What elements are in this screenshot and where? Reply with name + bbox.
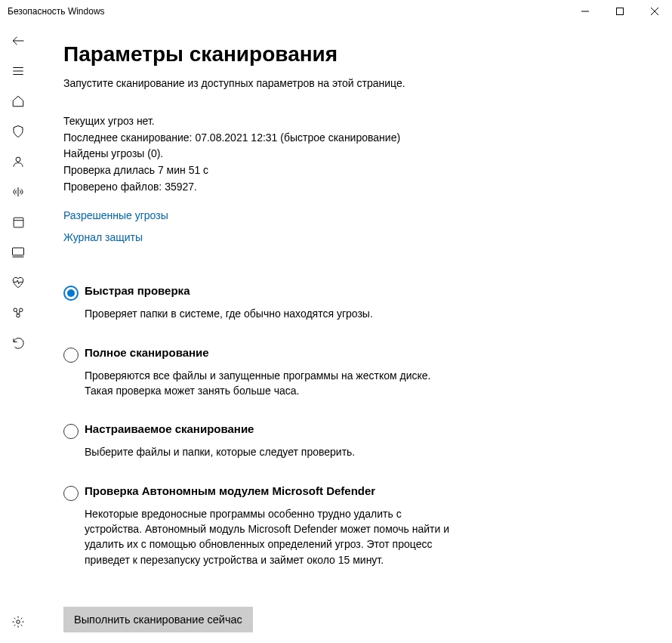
radio-custom[interactable] — [63, 422, 85, 459]
option-full-title: Полное сканирование — [85, 346, 456, 359]
nav-account-protection[interactable] — [0, 147, 36, 177]
svg-rect-10 — [14, 218, 23, 227]
option-custom-scan[interactable]: Настраиваемое сканирование Выберите файл… — [63, 422, 456, 459]
scan-now-button[interactable]: Выполнить сканирование сейчас — [63, 607, 253, 632]
app-control-icon — [12, 216, 25, 229]
history-icon — [11, 336, 25, 350]
option-custom-title: Настраиваемое сканирование — [85, 422, 456, 435]
page-subtitle: Запустите сканирование из доступных пара… — [63, 77, 649, 89]
nav-virus-protection[interactable] — [0, 116, 36, 147]
option-quick-desc: Проверяет папки в системе, где обычно на… — [85, 306, 456, 321]
account-icon — [11, 155, 25, 168]
shield-icon — [11, 125, 25, 138]
radio-full[interactable] — [63, 346, 85, 399]
menu-button[interactable] — [0, 56, 36, 86]
nav-home[interactable] — [0, 86, 36, 116]
heart-icon — [11, 276, 25, 289]
option-full-scan[interactable]: Полное сканирование Проверяются все файл… — [63, 346, 456, 399]
svg-point-19 — [17, 620, 20, 624]
option-offline-desc: Некоторые вредоносные программы особенно… — [85, 506, 456, 567]
nav-settings[interactable] — [0, 607, 36, 637]
option-quick-scan[interactable]: Быстрая проверка Проверяет папки в систе… — [63, 284, 456, 321]
svg-rect-12 — [13, 248, 24, 255]
radio-offline[interactable] — [63, 484, 85, 567]
allowed-threats-link[interactable]: Разрешенные угрозы — [63, 209, 168, 221]
nav-device-performance[interactable] — [0, 267, 36, 298]
option-custom-desc: Выберите файлы и папки, которые следует … — [85, 444, 456, 459]
radio-selected-icon — [63, 286, 79, 301]
radio-unselected-icon — [63, 348, 79, 363]
protection-history-link[interactable]: Журнал защиты — [63, 231, 143, 243]
family-icon — [11, 306, 25, 320]
network-icon — [11, 185, 25, 199]
maximize-icon — [616, 8, 624, 15]
maximize-button[interactable] — [603, 0, 637, 23]
content-area: Параметры сканирования Запустите сканиро… — [36, 23, 672, 643]
option-full-desc: Проверяются все файлы и запущенные прогр… — [85, 368, 456, 399]
radio-unselected-icon — [63, 424, 79, 439]
nav-protection-history[interactable] — [0, 328, 36, 358]
titlebar: Безопасность Windows — [0, 0, 672, 23]
status-files-scanned: Проверено файлов: 35927. — [63, 179, 649, 196]
back-icon — [11, 34, 25, 48]
option-offline-scan[interactable]: Проверка Автономным модулем Microsoft De… — [63, 484, 456, 567]
window-controls — [568, 0, 672, 23]
svg-rect-1 — [617, 8, 624, 15]
page-title: Параметры сканирования — [63, 42, 649, 66]
svg-point-16 — [17, 314, 20, 318]
nav-family-options[interactable] — [0, 298, 36, 328]
svg-point-8 — [16, 157, 20, 162]
close-icon — [651, 8, 658, 15]
radio-quick[interactable] — [63, 284, 85, 321]
option-quick-title: Быстрая проверка — [85, 284, 456, 297]
home-icon — [11, 94, 25, 108]
option-offline-title: Проверка Автономным модулем Microsoft De… — [85, 484, 456, 497]
status-duration: Проверка длилась 7 мин 51 с — [63, 162, 649, 179]
gear-icon — [11, 615, 25, 629]
minimize-button[interactable] — [568, 0, 603, 23]
minimize-icon — [581, 8, 589, 15]
nav-device-security[interactable] — [0, 237, 36, 267]
status-last-scan: Последнее сканирование: 07.08.2021 12:31… — [63, 130, 649, 147]
scan-status: Текущих угроз нет. Последнее сканировани… — [63, 113, 649, 195]
nav-app-browser-control[interactable] — [0, 207, 36, 237]
device-icon — [11, 246, 25, 259]
close-button[interactable] — [637, 0, 672, 23]
radio-unselected-icon — [63, 486, 79, 501]
status-threats-found: Найдены угрозы (0). — [63, 146, 649, 162]
hamburger-icon — [11, 64, 25, 78]
window-title: Безопасность Windows — [8, 6, 105, 17]
back-button[interactable] — [0, 26, 36, 56]
sidebar — [0, 23, 36, 643]
nav-firewall[interactable] — [0, 177, 36, 207]
status-no-threats: Текущих угроз нет. — [63, 113, 649, 130]
